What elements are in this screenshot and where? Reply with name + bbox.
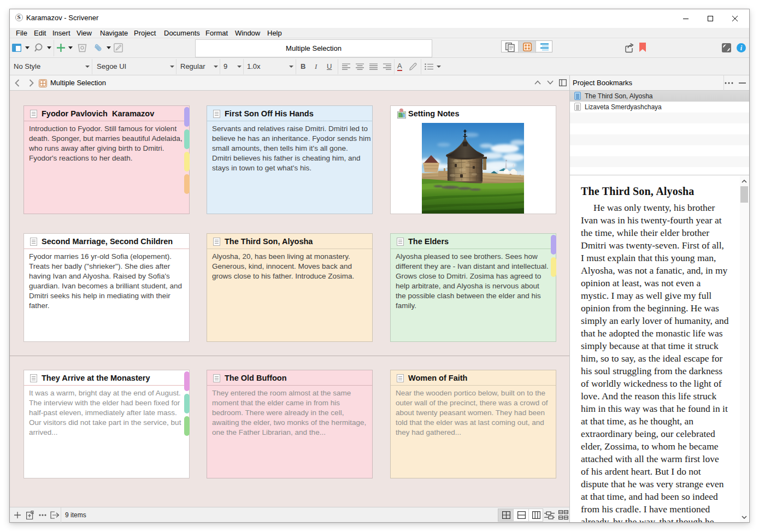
svg-text:i: i [740, 44, 743, 52]
